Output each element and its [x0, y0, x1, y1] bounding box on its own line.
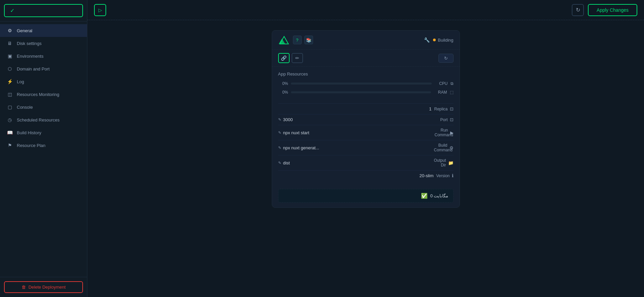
sidebar-item-resources-monitoring[interactable]: ◫ Resources Monitoring — [0, 88, 87, 101]
sidebar-label-disk: Disk settings — [17, 41, 42, 46]
sidebar-label-general: General — [17, 28, 32, 33]
chevron-right-icon: ▷ — [98, 7, 102, 13]
sidebar-item-domain-port[interactable]: ⬡ Domain and Port — [0, 62, 87, 75]
sidebar-item-environments[interactable]: ▣ Environments — [0, 50, 87, 62]
output-dir-edit-icon[interactable]: ✎ — [278, 161, 281, 165]
run-command-row: ✎ npx nuxt start Run Command ▶ — [278, 125, 454, 140]
check-icon: ✓ — [10, 7, 14, 14]
sidebar-item-build-history[interactable]: 📖 Build History — [0, 126, 87, 139]
port-row-left: ✎ 3000 — [278, 117, 434, 122]
app-card-header: ? 📚 🔧 Building — [272, 31, 460, 50]
ram-value: 0% — [278, 90, 288, 95]
pencil-icon: ✏ — [295, 55, 299, 61]
header-right: ↻ Apply Changes — [572, 4, 637, 16]
tab-link-button[interactable]: 🔗 — [278, 53, 290, 63]
reload-button[interactable]: ↻ — [438, 54, 454, 63]
version-row: 20-slim Version ℹ — [278, 170, 454, 181]
build-command-gear-icon[interactable]: ⚙ — [449, 145, 454, 150]
version-row-right: Version ℹ — [436, 173, 454, 178]
env-icon: ▣ — [7, 53, 13, 59]
delete-deployment-button[interactable]: 🗑 Delete Deployment — [4, 281, 83, 293]
sidebar-top: ✓ — [0, 0, 87, 21]
sidebar-label-monitor: Resources Monitoring — [17, 92, 59, 97]
sidebar-item-disk-settings[interactable]: 🖥 Disk settings — [0, 37, 87, 50]
sidebar-item-resource-plan[interactable]: ⚑ Resource Plan — [0, 139, 87, 152]
sidebar-item-scheduled-resources[interactable]: ◷ Scheduled Resources — [0, 113, 87, 126]
output-dir-row-right: Output Dir 📁 — [433, 158, 454, 167]
plan-icon: ⚑ — [7, 143, 13, 148]
run-command-edit-icon[interactable]: ✎ — [278, 131, 281, 135]
gear-icon: ⚙ — [7, 28, 13, 33]
sidebar-top-button[interactable]: ✓ — [4, 4, 83, 17]
question-icon: ? — [296, 38, 298, 43]
port-row: ✎ 3000 Port ⊡ — [278, 114, 454, 125]
sidebar-label-plan: Resource Plan — [17, 143, 45, 148]
apply-changes-button[interactable]: Apply Changes — [588, 4, 637, 16]
sidebar-item-general[interactable]: ⚙ General — [0, 24, 87, 37]
build-command-value: npx nuxt generat... — [283, 145, 319, 150]
output-dir-row: ✎ dist Output Dir 📁 — [278, 155, 454, 170]
replica-row: 1 Replica ⊡ — [278, 103, 454, 114]
replica-label: Replica — [434, 107, 448, 111]
content-area: ? 📚 🔧 Building 🔗 — [87, 20, 644, 297]
success-bar: ✅ مگابایت 0 — [278, 189, 454, 203]
link-icon: 🔗 — [281, 55, 287, 61]
sidebar-label-schedule: Scheduled Resources — [17, 117, 59, 122]
book-icon-btn[interactable]: 📚 — [304, 36, 313, 44]
question-icon-btn[interactable]: ? — [293, 36, 302, 44]
delete-label: Delete Deployment — [29, 285, 66, 290]
header-icon-group: ? 📚 — [293, 36, 313, 44]
sidebar-item-console[interactable]: ▢ Console — [0, 101, 87, 113]
ram-copy-icon[interactable]: ⬚ — [450, 90, 454, 95]
sidebar-label-history: Build History — [17, 130, 41, 135]
reload-icon: ↻ — [444, 56, 448, 61]
port-copy-icon[interactable]: ⊡ — [450, 117, 454, 122]
replica-copy-icon[interactable]: ⊡ — [450, 106, 454, 111]
sidebar-nav: ⚙ General 🖥 Disk settings ▣ Environments… — [0, 21, 87, 277]
domain-icon: ⬡ — [7, 66, 13, 71]
success-text: مگابایت 0 — [430, 193, 448, 198]
cpu-value: 0% — [278, 81, 288, 86]
sidebar-item-log[interactable]: ⚡ Log — [0, 75, 87, 88]
version-value: 20-slim — [356, 173, 436, 178]
sidebar-label-log: Log — [17, 79, 24, 84]
ram-progress-bar — [291, 91, 431, 93]
refresh-icon: ↻ — [576, 7, 580, 13]
run-command-play-icon[interactable]: ▶ — [450, 130, 454, 135]
monitor-icon: ◫ — [7, 92, 13, 97]
header-left: ▷ — [94, 4, 106, 16]
tab-edit-button[interactable]: ✏ — [292, 53, 303, 63]
cpu-progress-bar — [291, 83, 432, 85]
ram-label: RAM — [434, 90, 447, 95]
port-edit-icon[interactable]: ✎ — [278, 117, 281, 122]
history-icon: 📖 — [7, 130, 13, 135]
cpu-copy-icon[interactable]: ⧉ — [450, 81, 454, 86]
output-dir-label: Output Dir — [433, 158, 446, 167]
tab-bar: 🔗 ✏ ↻ — [272, 50, 460, 67]
port-row-right: Port ⊡ — [434, 117, 454, 122]
console-icon: ▢ — [7, 104, 13, 110]
log-icon: ⚡ — [7, 79, 13, 84]
output-dir-value: dist — [283, 160, 290, 165]
sidebar-label-domain: Domain and Port — [17, 66, 50, 71]
expand-button[interactable]: ▷ — [94, 4, 106, 16]
output-dir-folder-icon[interactable]: 📁 — [448, 160, 454, 165]
disk-icon: 🖥 — [7, 41, 13, 46]
app-card: ? 📚 🔧 Building 🔗 — [272, 30, 460, 208]
ram-row: 0% RAM ⬚ — [278, 90, 454, 95]
tab-group: 🔗 ✏ — [278, 53, 303, 63]
status-dot — [433, 39, 436, 41]
build-command-row-left: ✎ npx nuxt generat... — [278, 145, 434, 150]
info-rows: 1 Replica ⊡ ✎ 3000 Port ⊡ — [272, 103, 460, 186]
section-title: App Resources — [278, 71, 454, 77]
refresh-button[interactable]: ↻ — [572, 4, 584, 16]
wrench-icon: 🔧 — [424, 37, 430, 43]
build-command-row-right: Build Command ⚙ — [434, 143, 454, 152]
building-label: Building — [438, 38, 453, 43]
build-command-edit-icon[interactable]: ✎ — [278, 146, 281, 150]
run-command-value: npx nuxt start — [283, 130, 309, 135]
version-info-icon[interactable]: ℹ — [452, 173, 454, 178]
replica-row-right: Replica ⊡ — [434, 106, 454, 111]
success-check-icon: ✅ — [421, 193, 428, 199]
header-bar: ▷ ↻ Apply Changes — [87, 0, 644, 20]
